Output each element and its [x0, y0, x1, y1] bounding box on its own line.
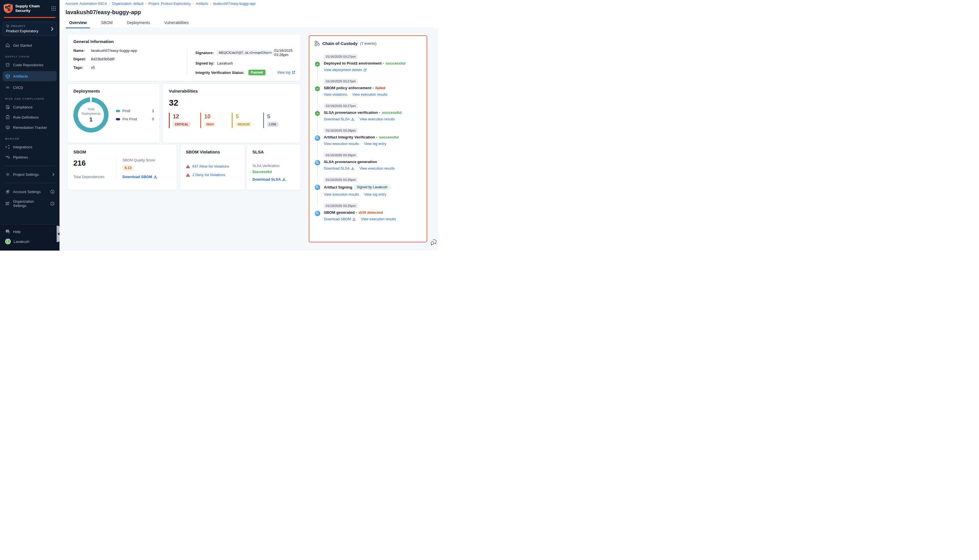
tab-vulnerabilities[interactable]: Vulnerabilities: [163, 20, 190, 28]
sidebar-item-account-settings[interactable]: Account Settings: [0, 187, 60, 197]
sidebar-item-remediation-tracker[interactable]: Remediation Tracker: [0, 122, 60, 132]
view-violations-link[interactable]: View violations: [324, 93, 347, 97]
info-icon[interactable]: [50, 202, 54, 205]
download-slsa-link[interactable]: Download SLSA: [324, 117, 354, 121]
chevron-right-icon: [51, 27, 53, 31]
slsa-verification-status: Successful: [252, 170, 295, 174]
warning-triangle-icon: [186, 165, 190, 168]
slsa-card: SLSA SLSA Verification Successful Downlo…: [246, 144, 301, 190]
legend-item-prod: Prod 1: [116, 109, 154, 113]
artifacts-cube-icon: [5, 73, 10, 79]
tags-label: Tags:: [74, 65, 88, 70]
gear-icon: [5, 172, 10, 177]
breadcrumb-separator: ›: [145, 2, 147, 5]
home-icon: [5, 43, 10, 48]
download-slsa-link[interactable]: Download SLSA: [252, 177, 286, 182]
app-grid-icon[interactable]: [51, 6, 56, 11]
view-execution-results-link[interactable]: View execution results: [359, 167, 394, 170]
infinity-icon: ∞: [5, 85, 10, 90]
integrity-status-label: Integrity Verification Status:: [195, 70, 244, 75]
tab-bar: Overview SBOM Deployments Vulnerabilitie…: [65, 20, 433, 28]
signature-value-chip[interactable]: MEQCICde2VjIT...bL+2+mqnOXw==: [216, 50, 274, 55]
card-title: Deployments: [74, 88, 154, 93]
event-title: SLSA provenance verification -: [324, 110, 380, 115]
coc-event-sbom-policy: ∞ 01/16/2025 03:27pm SBOM policy enforce…: [314, 78, 421, 97]
sidebar-header: Supply Chain Security: [0, 0, 60, 17]
breadcrumb-current[interactable]: lavakush07/easy-buggy-app: [213, 2, 256, 6]
sidebar: Supply Chain Security PROJECT Product Ex…: [0, 0, 60, 250]
sidebar-item-pipelines[interactable]: Pipelines: [0, 152, 60, 162]
sidebar-item-artifacts[interactable]: Artifacts: [3, 71, 57, 81]
event-timestamp: 01/16/2025 03:25pm: [324, 203, 358, 208]
sidebar-item-integrations[interactable]: Integrations: [0, 142, 60, 152]
coc-event-slsa-verification: ∞ 01/16/2025 03:27pm SLSA provenance ver…: [314, 103, 421, 121]
event-status: successful: [386, 61, 405, 65]
view-log-entry-link[interactable]: View log entry: [364, 193, 386, 197]
event-status: failed: [375, 86, 385, 90]
breadcrumb-artifacts[interactable]: Artifacts: [196, 2, 208, 6]
view-deployment-details-link[interactable]: View deployment details: [324, 68, 367, 72]
sidebar-item-compliance[interactable]: Compliance: [0, 102, 60, 112]
deployments-card: Deployments Total Deployments 1 Prod 1: [67, 83, 160, 143]
user-menu[interactable]: L Lavakush: [0, 237, 60, 247]
allow-list-violations-link[interactable]: 637 Allow list Violations: [192, 165, 229, 168]
sidebar-item-project-settings[interactable]: Project Settings: [0, 169, 60, 180]
vulnerabilities-total: 32: [169, 98, 295, 108]
severity-low: 5 LOW: [263, 113, 295, 128]
org-gear-icon: [5, 201, 10, 206]
breadcrumb-project[interactable]: Project: Product Exploratory: [149, 2, 190, 6]
event-title: Deployed to Prod2 environment -: [324, 61, 384, 65]
breadcrumb-separator: ›: [109, 2, 110, 5]
view-execution-results-link[interactable]: View execution results: [352, 93, 387, 97]
preprod-swatch: [116, 118, 120, 120]
sidebar-item-get-started[interactable]: Get Started: [0, 40, 60, 50]
chain-of-custody-title: Chain of Custody: [322, 41, 358, 46]
download-icon: [351, 167, 354, 170]
view-log-link[interactable]: View log: [277, 70, 295, 75]
view-execution-results-link[interactable]: View execution results: [361, 217, 396, 221]
card-title: General Information: [74, 39, 295, 44]
project-selector-value: Product Exploratory: [6, 29, 53, 33]
deny-list-violations-link[interactable]: 2 Deny list Violations: [192, 173, 225, 177]
sidebar-item-organization-settings[interactable]: Organization Settings: [0, 197, 60, 210]
donut-center-label: Total Deployments: [80, 107, 102, 116]
card-title: Vulnerabilities: [169, 88, 295, 93]
support-chat-button[interactable]: [430, 239, 438, 246]
card-title: SBOM Violations: [186, 150, 239, 154]
high-badge: HIGH: [204, 122, 216, 127]
chain-of-custody-timeline: ∞ 01/16/2025 03:27pm Deployed to Prod2 e…: [314, 54, 421, 221]
scan-event-icon: [314, 184, 321, 190]
info-icon[interactable]: [50, 190, 54, 193]
project-selector-label: PROJECT: [11, 25, 25, 27]
sidebar-item-cicd[interactable]: ∞ CI/CD: [0, 82, 60, 93]
view-execution-results-link[interactable]: View execution results: [359, 117, 394, 121]
preprod-count: 0: [152, 117, 154, 121]
view-execution-results-link[interactable]: View execution results: [324, 193, 359, 197]
severity-high: 10 HIGH: [200, 113, 232, 128]
download-sbom-link[interactable]: Download SBOM: [122, 175, 157, 179]
view-execution-results-link[interactable]: View execution results: [324, 142, 359, 146]
download-slsa-link[interactable]: Download SLSA: [324, 167, 354, 170]
sidebar-item-code-repositories[interactable]: </> Code Repositories: [0, 60, 60, 70]
sidebar-section-manage: MANAGE: [0, 132, 60, 142]
download-icon: [351, 117, 354, 121]
event-timestamp: 01/16/2025 03:26pm: [324, 153, 358, 158]
download-sbom-link[interactable]: Download SBOM: [324, 217, 356, 221]
tab-deployments[interactable]: Deployments: [126, 20, 151, 28]
project-selector[interactable]: PROJECT Product Exploratory: [3, 22, 57, 36]
donut-total-value: 1: [89, 117, 92, 123]
tab-overview[interactable]: Overview: [68, 20, 88, 28]
event-timestamp: 01/16/2025 03:26pm: [324, 128, 358, 133]
critical-count: 12: [173, 113, 200, 120]
tab-sbom[interactable]: SBOM: [100, 20, 114, 28]
breadcrumb-organization[interactable]: Organization: default: [112, 2, 143, 6]
breadcrumb-account[interactable]: Account: Automation-SSCA: [65, 2, 107, 6]
high-count: 10: [204, 113, 232, 120]
help-button[interactable]: ? Help: [0, 227, 60, 237]
view-log-entry-link[interactable]: View log entry: [364, 142, 386, 146]
coc-event-artifact-signing: 01/16/2025 03:26pm Artifact Signing Sign…: [314, 177, 421, 197]
sidebar-item-rule-definitions[interactable]: Rule Definitions: [0, 112, 60, 122]
help-chat-icon: ?: [5, 229, 10, 234]
download-icon: [282, 178, 286, 181]
name-label: Name:: [74, 48, 88, 53]
